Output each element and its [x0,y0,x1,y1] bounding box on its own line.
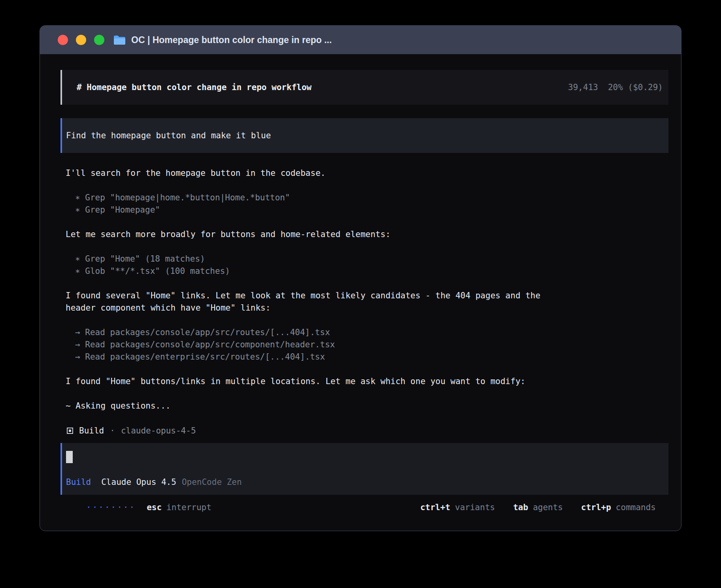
traffic-lights [58,35,104,45]
shortcut-key: ctrl+t [420,503,450,512]
macos-window: OC | Homepage button color change in rep… [40,25,681,531]
shortcut-label: agents [533,503,563,512]
assistant-text: Let me search more broadly for buttons a… [66,228,556,241]
shortcut-label: variants [455,503,495,512]
close-button[interactable] [58,35,68,45]
build-mode-icon [67,428,73,434]
terminal-content: # Homepage button color change in repo w… [40,54,681,514]
zoom-button[interactable] [94,35,104,45]
agent-name: Build [79,426,104,435]
window-title: OC | Homepage button color change in rep… [131,35,332,45]
prompt-input[interactable]: Build Claude Opus 4.5 OpenCode Zen [60,443,668,495]
user-message: Find the homepage button and make it blu… [60,118,668,153]
context-usage: 20% ($0.29) [608,83,663,92]
shortcut-agents: tab agents [513,503,563,512]
user-message-text: Find the homepage button and make it blu… [66,131,271,140]
agent-indicator: Build · claude-opus-4-5 [67,424,668,437]
esc-key: esc [147,503,162,512]
shortcut-commands: ctrl+p commands [581,503,656,512]
status-bar: ········ esc interrupt ctrl+t variants t… [60,500,668,514]
tool-call-read: → Read packages/console/app/src/componen… [75,339,668,351]
tool-call-glob: ∗ Glob "**/*.tsx" (100 matches) [75,265,668,277]
titlebar[interactable]: OC | Homepage button color change in rep… [40,26,681,54]
spinner-dots: ········ [86,503,136,512]
folder-icon [113,35,126,45]
shortcut-key: ctrl+p [581,503,611,512]
tool-call-read: → Read packages/console/app/src/routes/[… [75,326,668,339]
assistant-text: I found "Home" buttons/links in multiple… [66,375,556,388]
tool-call-read: → Read packages/enterprise/src/routes/[.… [75,351,668,363]
agent-model: claude-opus-4-5 [121,426,196,435]
shortcut-key: tab [513,503,528,512]
session-header: # Homepage button color change in repo w… [60,70,668,105]
esc-label: interrupt [166,503,211,512]
status-line: ~ Asking questions... [66,400,556,412]
agent-separator: · [110,426,115,435]
token-count: 39,413 [568,83,598,92]
tool-call-grep: ∗ Grep "Homepage" [75,204,668,216]
input-model-label[interactable]: Claude Opus 4.5 [101,477,176,487]
assistant-text: I'll search for the homepage button in t… [66,167,556,179]
text-cursor [66,451,73,463]
input-provider-label: OpenCode Zen [182,477,242,487]
tool-call-grep: ∗ Grep "homepage|home.*button|Home.*butt… [75,192,668,204]
session-title: # Homepage button color change in repo w… [77,83,311,92]
tool-call-grep: ∗ Grep "Home" (18 matches) [75,253,668,265]
assistant-text: I found several "Home" links. Let me loo… [66,290,556,314]
shortcut-label: commands [616,503,656,512]
minimize-button[interactable] [76,35,86,45]
input-mode-label[interactable]: Build [66,477,91,487]
shortcut-variants: ctrl+t variants [420,503,495,512]
